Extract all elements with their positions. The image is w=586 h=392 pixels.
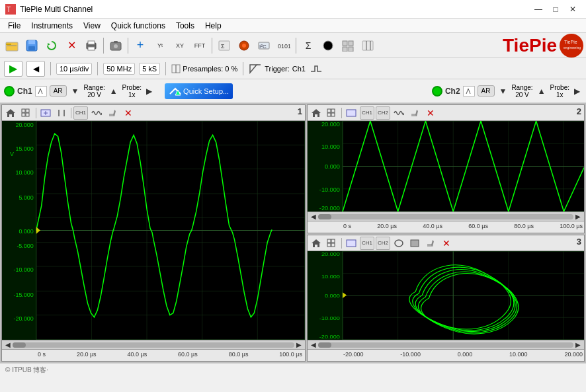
svg-point-12 — [114, 44, 118, 48]
scope3-close[interactable]: ✕ — [439, 237, 454, 250]
scope-right-column: CH1 CH2 ✕ 2 — [307, 104, 585, 362]
scope1-scroll-thumb[interactable] — [13, 342, 26, 348]
menu-file[interactable]: File — [3, 20, 26, 32]
svg-rect-27 — [362, 41, 373, 50]
xy-button[interactable]: XY — [171, 36, 189, 55]
maximize-button[interactable]: □ — [548, 3, 564, 16]
scope2-pencil[interactable] — [407, 106, 422, 120]
refresh-button[interactable] — [42, 36, 61, 55]
ch1-indicator — [4, 86, 15, 97]
scope1-scrollbar[interactable]: ◀ ▶ — [2, 340, 305, 349]
svg-text:15.000: 15.000 — [15, 145, 33, 152]
scope2-scroll-right[interactable]: ▶ — [573, 212, 583, 221]
scope2-canvas[interactable]: 20.000 10.000 0.000 -10.000 -20.000 — [308, 121, 584, 212]
window-title: TiePie Multi Channel — [20, 5, 93, 14]
scope3-grid[interactable] — [325, 237, 339, 250]
scope2-scroll-left[interactable]: ◀ — [309, 212, 318, 221]
scope2-x0: 0 s — [343, 223, 351, 233]
scope3-scroll-right[interactable]: ▶ — [573, 340, 583, 350]
scope1-x3: 60.0 µs — [178, 351, 198, 361]
minimize-button[interactable]: — — [530, 3, 546, 16]
quick-setup-button[interactable]: Quick Setup... — [165, 83, 233, 99]
scope3-ch2-tag[interactable]: CH2 — [376, 237, 390, 250]
ctrl-sep-4 — [243, 62, 243, 75]
scope1-scroll-track[interactable] — [13, 342, 294, 348]
scope1-grid[interactable] — [19, 106, 34, 120]
yt-button[interactable]: Yt — [151, 36, 169, 55]
menu-quick-functions[interactable]: Quick functions — [106, 20, 171, 32]
save-button[interactable] — [22, 36, 41, 55]
ch2-probe-value: 1x — [556, 91, 564, 98]
scope2-grid[interactable] — [325, 106, 339, 120]
scope2-ch1-tag[interactable]: CH1 — [360, 106, 374, 120]
print-button[interactable] — [82, 36, 101, 55]
scope1-wave[interactable] — [89, 106, 104, 120]
play-button[interactable]: ▶ — [4, 61, 22, 77]
scope2-ch2-tag[interactable]: CH2 — [376, 106, 390, 120]
scope1-zoom[interactable] — [38, 106, 53, 120]
scope2-close[interactable]: ✕ — [423, 106, 438, 120]
single-button[interactable]: ◀ — [26, 61, 45, 77]
freq-button[interactable] — [235, 36, 253, 55]
menu-instruments[interactable]: Instruments — [26, 20, 78, 32]
scope2-home[interactable] — [309, 106, 323, 120]
svg-rect-90 — [347, 110, 356, 116]
svg-rect-112 — [331, 239, 335, 243]
ch2-range-up[interactable]: ▲ — [536, 87, 548, 96]
svg-marker-42 — [6, 109, 15, 117]
open-button[interactable] — [3, 36, 21, 55]
grid-button[interactable] — [339, 36, 357, 55]
scope2-zoom[interactable] — [344, 106, 358, 120]
scope1-close[interactable]: ✕ — [121, 106, 136, 120]
menu-tools[interactable]: Tools — [171, 20, 200, 32]
measure-sum[interactable]: Σ — [299, 36, 317, 55]
cursor-button[interactable] — [358, 36, 377, 55]
svg-text:V: V — [10, 151, 15, 157]
ch1-range-down[interactable]: ▼ — [69, 87, 81, 96]
color-btn[interactable] — [319, 36, 337, 55]
menu-help[interactable]: Help — [200, 20, 227, 32]
scope1-canvas[interactable]: 20.000 15.000 10.000 5.000 0.000 -5.000 … — [2, 121, 305, 340]
svg-text:10.000: 10.000 — [15, 169, 33, 176]
scope1-pencil[interactable] — [105, 106, 120, 120]
scope3-zoom[interactable] — [344, 237, 358, 250]
scope3-pencil[interactable] — [423, 237, 438, 250]
scope3-fill[interactable] — [407, 237, 422, 250]
timebase-group: 10 µs/div — [56, 63, 92, 75]
scope3-scroll-track[interactable] — [318, 342, 573, 348]
stop-button[interactable]: ✕ — [62, 36, 81, 55]
fft-button[interactable]: FFT — [190, 36, 209, 55]
scope3-scroll-thumb[interactable] — [318, 342, 331, 348]
add-button[interactable]: + — [131, 36, 149, 55]
scope3-lissajous[interactable] — [392, 237, 406, 250]
scope3-canvas[interactable]: 20.000 10.000 0.000 -10.000 -20.000 — [308, 251, 584, 340]
scope2-scrollbar[interactable]: ◀ ▶ — [308, 212, 584, 221]
close-button[interactable]: ✕ — [565, 3, 581, 16]
ch2-probe-arrow[interactable]: ▶ — [572, 87, 582, 96]
ch2-label: Ch2 — [445, 87, 460, 96]
scope2-scroll-track[interactable] — [318, 214, 573, 219]
ch2-range-down[interactable]: ▼ — [497, 87, 509, 96]
i2c-button[interactable]: I²C — [255, 36, 273, 55]
scope3-scrollbar[interactable]: ◀ ▶ — [308, 340, 584, 349]
scope3-ch1-tag[interactable]: CH1 — [360, 237, 374, 250]
scope3-scroll-left[interactable]: ◀ — [309, 340, 318, 350]
scope1-home[interactable] — [3, 106, 18, 120]
math-button[interactable]: Σ — [215, 36, 233, 55]
scope2-scroll-thumb[interactable] — [318, 214, 331, 219]
scope1-x0: 0 s — [38, 351, 46, 361]
menu-view[interactable]: View — [78, 20, 106, 32]
scope3-home[interactable] — [309, 237, 323, 250]
ch1-range-up[interactable]: ▲ — [108, 87, 120, 96]
screenshot-button[interactable] — [106, 36, 125, 55]
ch1-probe-arrow[interactable]: ▶ — [144, 87, 154, 96]
digital-button[interactable]: 01010 — [274, 36, 293, 55]
svg-rect-45 — [22, 113, 25, 116]
scope1-scroll-right[interactable]: ▶ — [294, 340, 304, 350]
ch2-ar-button[interactable]: AR — [478, 85, 495, 97]
ch1-ar-button[interactable]: AR — [50, 85, 67, 97]
scope2-wave[interactable] — [392, 106, 406, 120]
scope1-scroll-left[interactable]: ◀ — [3, 340, 13, 350]
scope1-cursor[interactable] — [54, 106, 69, 120]
scope1-ch1-tag[interactable]: CH1 — [73, 106, 88, 120]
